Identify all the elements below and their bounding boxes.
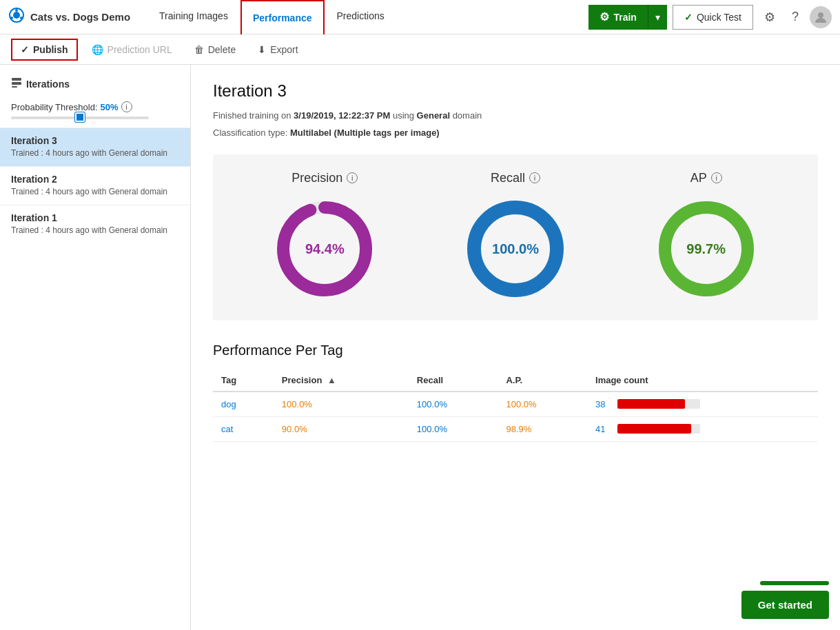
recall-chart: 100.0% (460, 194, 571, 304)
cell-recall: 100.0% (409, 416, 498, 441)
recall-label: Recall i (491, 171, 540, 185)
tag-link-cat[interactable]: cat (221, 424, 233, 434)
table-header-row: Tag Precision ▲ Recall A.P. Image count (213, 369, 818, 392)
slider-thumb[interactable] (75, 112, 85, 122)
toolbar: ✓ Publish 🌐 Prediction URL 🗑 Delete ⬇ Ex… (0, 34, 840, 65)
export-button[interactable]: ⬇ Export (249, 40, 306, 59)
precision-value: 94.4% (305, 241, 345, 256)
iteration-meta-line1: Finished training on 3/19/2019, 12:22:37… (213, 109, 818, 123)
sidebar-item-iteration1[interactable]: Iteration 1 Trained : 4 hours ago with G… (0, 205, 190, 243)
main-nav: Training Images Performance Predictions (147, 0, 583, 34)
train-button[interactable]: ⚙ Train (588, 5, 647, 30)
nav-predictions[interactable]: Predictions (325, 0, 397, 34)
delete-button[interactable]: 🗑 Delete (186, 40, 244, 59)
iteration1-name: Iteration 1 (11, 212, 179, 223)
cell-ap: 98.9% (498, 416, 587, 441)
iteration3-name: Iteration 3 (11, 135, 179, 146)
performance-table: Tag Precision ▲ Recall A.P. Image count … (213, 369, 818, 442)
svg-rect-7 (12, 82, 21, 85)
metrics-box: Precision i 94.4% Recall i (213, 154, 818, 321)
col-header-precision[interactable]: Precision ▲ (274, 369, 409, 392)
precision-text: Precision (291, 171, 342, 185)
prediction-url-button[interactable]: 🌐 Prediction URL (83, 40, 181, 59)
recall-text: Recall (491, 171, 525, 185)
ap-label: AP i (690, 171, 722, 185)
sidebar: Iterations Probability Threshold: 50% i … (0, 65, 191, 630)
col-header-image-count: Image count (587, 369, 818, 392)
svg-rect-8 (12, 86, 17, 88)
tag-link-dog[interactable]: dog (221, 399, 236, 409)
avatar[interactable] (810, 6, 832, 28)
content-area: Iteration 3 Finished training on 3/19/20… (191, 65, 840, 630)
bar-fill (617, 399, 685, 409)
precision-info-icon[interactable]: i (347, 172, 358, 183)
header: Cats vs. Dogs Demo Training Images Perfo… (0, 0, 840, 34)
header-actions: ⚙ Train ▾ ✓ Quick Test ⚙ ? (588, 5, 832, 30)
bar-cell: 38 (595, 399, 810, 409)
ap-value: 99.7% (686, 241, 726, 256)
probability-info-icon[interactable]: i (121, 101, 132, 112)
cell-tag: cat (213, 416, 274, 441)
svg-point-3 (20, 17, 23, 19)
sort-arrow-precision: ▲ (327, 375, 336, 385)
iteration-title: Iteration 3 (213, 81, 818, 101)
col-header-tag: Tag (213, 369, 274, 392)
recall-info-icon[interactable]: i (529, 172, 540, 183)
publish-button[interactable]: ✓ Publish (11, 39, 78, 61)
iteration2-desc: Trained : 4 hours ago with General domai… (11, 186, 179, 198)
nav-performance[interactable]: Performance (240, 0, 325, 34)
svg-rect-6 (12, 78, 21, 81)
cell-image-count: 38 (587, 392, 818, 417)
metric-precision: Precision i 94.4% (229, 171, 420, 304)
get-started-button[interactable]: Get started (741, 591, 829, 619)
meta-pre1: Finished training on (213, 110, 294, 121)
ap-info-icon[interactable]: i (711, 172, 722, 183)
train-btn-group: ⚙ Train ▾ (588, 5, 666, 30)
sidebar-header: Iterations (0, 73, 190, 99)
recall-value: 100.0% (492, 241, 539, 256)
prediction-url-label: Prediction URL (107, 44, 172, 55)
iterations-label: Iterations (26, 79, 70, 90)
nav-training-images[interactable]: Training Images (147, 0, 240, 34)
svg-point-1 (13, 12, 20, 19)
quick-test-button[interactable]: ✓ Quick Test (673, 5, 753, 30)
probability-text: Probability Threshold: (11, 102, 98, 112)
sidebar-item-iteration2[interactable]: Iteration 2 Trained : 4 hours ago with G… (0, 166, 190, 205)
svg-point-4 (10, 17, 13, 19)
probability-value: 50% (101, 102, 119, 112)
meta-domain: General (417, 110, 450, 121)
meta-date: 3/19/2019, 12:22:37 PM (294, 110, 390, 121)
train-dropdown-button[interactable]: ▾ (648, 5, 667, 30)
image-count-value: 41 (595, 424, 612, 434)
app-title: Cats vs. Dogs Demo (30, 11, 130, 23)
bar-bg (617, 399, 700, 409)
probability-label: Probability Threshold: 50% i (11, 101, 179, 112)
download-icon: ⬇ (258, 44, 266, 55)
help-icon-button[interactable]: ? (786, 7, 804, 27)
meta-type: Multilabel (Multiple tags per image) (290, 128, 440, 138)
bar-cell: 41 (595, 424, 810, 434)
iteration3-desc: Trained : 4 hours ago with General domai… (11, 148, 179, 159)
metric-ap: AP i 99.7% (611, 171, 801, 304)
meta-mid: using (390, 110, 416, 121)
probability-slider[interactable] (11, 116, 149, 119)
trash-icon: 🗑 (194, 44, 204, 55)
table-row: dog100.0%100.0%100.0%38 (213, 392, 818, 417)
col-header-ap: A.P. (498, 369, 587, 392)
svg-point-2 (15, 9, 18, 12)
train-label: Train (613, 12, 636, 23)
chevron-down-icon: ▾ (655, 12, 660, 23)
bar-fill (617, 424, 691, 434)
meta-post: domain (450, 110, 482, 121)
performance-per-tag-title: Performance Per Tag (213, 343, 818, 358)
meta-type-pre: Classification type: (213, 128, 290, 138)
iterations-icon (11, 77, 22, 90)
settings-icon-button[interactable]: ⚙ (759, 7, 781, 28)
sidebar-item-iteration3[interactable]: Iteration 3 Trained : 4 hours ago with G… (0, 128, 190, 166)
check-icon: ✓ (684, 12, 693, 23)
progress-bar (760, 581, 829, 585)
iteration-meta-line2: Classification type: Multilabel (Multipl… (213, 126, 818, 141)
table-row: cat90.0%100.0%98.9%41 (213, 416, 818, 441)
ap-chart: 99.7% (651, 194, 761, 304)
globe-icon: 🌐 (92, 44, 103, 55)
